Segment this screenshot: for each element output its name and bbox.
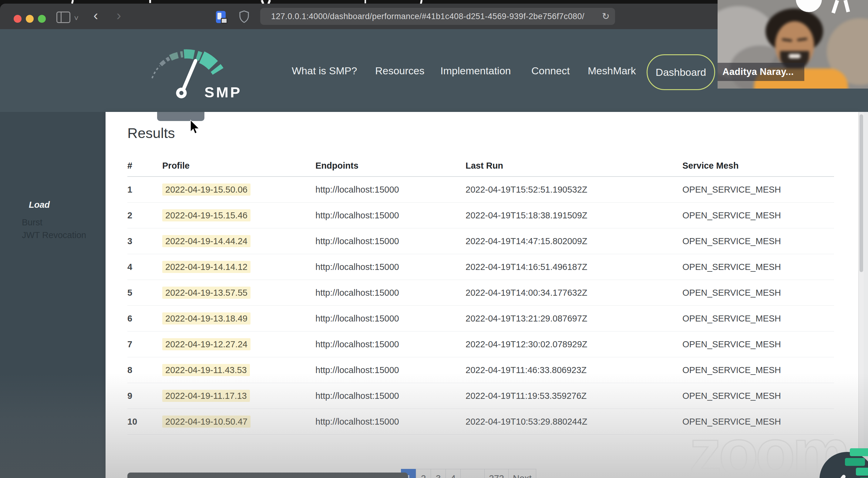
last-run-cell: 2022-04-19T11:46:33.806923Z	[466, 357, 682, 383]
back-icon[interactable]: ‹	[93, 9, 98, 21]
smp-fab-s-block	[850, 448, 868, 456]
table-row[interactable]: 42022-04-19-14.14.12http://localhost:150…	[127, 254, 834, 280]
row-number: 10	[127, 409, 162, 435]
row-number: 9	[127, 383, 162, 409]
endpoint-cell: http://localhost:15000	[315, 331, 466, 357]
service-mesh-cell: OPEN_SERVICE_MESH	[682, 357, 834, 383]
sidebar-item[interactable]: Burst	[22, 218, 42, 227]
nav-item[interactable]: What is SMP?	[292, 65, 357, 77]
video-call-tile[interactable]: Aaditya Naray...	[718, 0, 868, 89]
sidebar: LoadBurstJWT Revocation	[0, 112, 105, 478]
mouse-cursor	[189, 119, 202, 136]
sidebar-item[interactable]: Load	[29, 200, 50, 210]
row-number: 6	[127, 306, 162, 331]
service-mesh-cell: OPEN_SERVICE_MESH	[682, 331, 834, 357]
nav-item-dashboard[interactable]: Dashboard	[647, 54, 715, 90]
service-mesh-cell: OPEN_SERVICE_MESH	[682, 306, 834, 331]
profile-cell: 2022-04-19-11.17.13	[162, 383, 315, 409]
table-row[interactable]: 62022-04-19-13.18.49http://localhost:150…	[127, 306, 834, 331]
service-mesh-cell: OPEN_SERVICE_MESH	[682, 254, 834, 280]
address-bar[interactable]: 127.0.0.1:4000/dashboard/performance/#41…	[260, 8, 615, 25]
minimize-window-button[interactable]	[26, 15, 34, 23]
column-header: Service Mesh	[682, 155, 834, 177]
profile-cell: 2022-04-19-11.43.53	[162, 357, 315, 383]
last-run-cell: 2022-04-19T10:53:29.880244Z	[466, 409, 682, 435]
profile-cell: 2022-04-19-10.50.47	[162, 409, 315, 435]
profile-cell: 2022-04-19-12.27.24	[162, 331, 315, 357]
table-row[interactable]: 12022-04-19-15.50.06http://localhost:150…	[127, 177, 834, 202]
endpoint-cell: http://localhost:15000	[315, 357, 466, 383]
row-number: 2	[127, 202, 162, 228]
close-window-button[interactable]	[14, 15, 22, 23]
table-header-row: #ProfileEndpointsLast RunService Mesh	[127, 155, 834, 177]
profile-cell: 2022-04-19-15.50.06	[162, 177, 315, 202]
service-mesh-cell: OPEN_SERVICE_MESH	[682, 202, 834, 228]
sidebar-toggle-icon[interactable]	[56, 11, 70, 23]
page-lock-icon[interactable]	[216, 11, 226, 23]
chevron-down-icon[interactable]: ˅	[74, 14, 79, 23]
last-run-cell: 2022-04-19T14:00:34.177632Z	[466, 280, 682, 306]
service-mesh-cell: OPEN_SERVICE_MESH	[682, 280, 834, 306]
column-header: Profile	[162, 155, 315, 177]
endpoint-cell: http://localhost:15000	[315, 202, 466, 228]
endpoint-cell: http://localhost:15000	[315, 383, 466, 409]
last-run-cell: 2022-04-19T13:21:29.087697Z	[466, 306, 682, 331]
last-run-cell: 2022-04-19T14:47:15.802009Z	[466, 228, 682, 254]
vertical-scrollbar-thumb[interactable]	[860, 114, 863, 272]
table-row[interactable]: 82022-04-19-11.43.53http://localhost:150…	[127, 357, 834, 383]
column-header: Endpoints	[315, 155, 466, 177]
row-number: 5	[127, 280, 162, 306]
reload-icon[interactable]: ↻	[602, 11, 610, 22]
nav-item[interactable]: Implementation	[440, 65, 511, 77]
next-page-button[interactable]: Next	[508, 469, 536, 478]
last-run-cell: 2022-04-19T15:52:51.190532Z	[466, 177, 682, 202]
row-number: 3	[127, 228, 162, 254]
service-mesh-cell: OPEN_SERVICE_MESH	[682, 383, 834, 409]
endpoint-cell: http://localhost:15000	[315, 254, 466, 280]
smp-floating-button[interactable]	[819, 446, 868, 478]
page-title: Results	[127, 125, 175, 141]
profile-cell: 2022-04-19-13.57.55	[162, 280, 315, 306]
table-row[interactable]: 92022-04-19-11.17.13http://localhost:150…	[127, 383, 834, 409]
row-number: 1	[127, 177, 162, 202]
vertical-scrollbar[interactable]	[859, 112, 864, 478]
zoom-window-button[interactable]	[38, 15, 46, 23]
table-row[interactable]: 32022-04-19-14.44.24http://localhost:150…	[127, 228, 834, 254]
endpoint-cell: http://localhost:15000	[315, 177, 466, 202]
forward-icon[interactable]: ›	[117, 9, 121, 21]
nav-item[interactable]: Connect	[531, 65, 570, 77]
service-mesh-cell: OPEN_SERVICE_MESH	[682, 228, 834, 254]
screen: ˅ ‹ › 127.0.0.1:4000/dashboard/performan…	[0, 0, 868, 478]
row-number: 7	[127, 331, 162, 357]
smp-fab-s-block	[856, 468, 868, 476]
page-button[interactable]: 3	[431, 469, 446, 478]
smp-logo[interactable]: SMP	[135, 41, 253, 100]
page-button[interactable]: 4	[445, 469, 461, 478]
endpoint-cell: http://localhost:15000	[315, 280, 466, 306]
page-button[interactable]: 2	[416, 469, 431, 478]
url-text: 127.0.0.1:4000/dashboard/performance/#41…	[271, 12, 584, 21]
participant-name-badge: Aaditya Naray...	[718, 63, 804, 81]
page-button[interactable]: 272	[484, 469, 508, 478]
horizontal-scrollbar-thumb[interactable]	[127, 473, 408, 478]
table-row[interactable]: 72022-04-19-12.27.24http://localhost:150…	[127, 331, 834, 357]
column-header: #	[127, 155, 162, 177]
pagination: 1234272Next	[401, 469, 536, 478]
nav-item[interactable]: MeshMark	[588, 65, 636, 77]
table-row[interactable]: 22022-04-19-15.15.46http://localhost:150…	[127, 202, 834, 228]
table-row[interactable]: 52022-04-19-13.57.55http://localhost:150…	[127, 280, 834, 306]
profile-cell: 2022-04-19-14.44.24	[162, 228, 315, 254]
endpoint-cell: http://localhost:15000	[315, 409, 466, 435]
last-run-cell: 2022-04-19T15:18:38.191509Z	[466, 202, 682, 228]
endpoint-cell: http://localhost:15000	[315, 306, 466, 331]
sidebar-item[interactable]: JWT Revocation	[22, 230, 86, 240]
nav-item[interactable]: Resources	[375, 65, 425, 77]
smp-fab-s-block	[845, 458, 865, 466]
row-number: 4	[127, 254, 162, 280]
last-run-cell: 2022-04-19T11:19:53.359276Z	[466, 383, 682, 409]
page-gap[interactable]	[460, 469, 485, 478]
profile-cell: 2022-04-19-13.18.49	[162, 306, 315, 331]
service-mesh-cell: OPEN_SERVICE_MESH	[682, 177, 834, 202]
shield-icon[interactable]	[239, 10, 249, 23]
dashboard-page: SMP What is SMP?ResourcesImplementationC…	[0, 29, 868, 478]
